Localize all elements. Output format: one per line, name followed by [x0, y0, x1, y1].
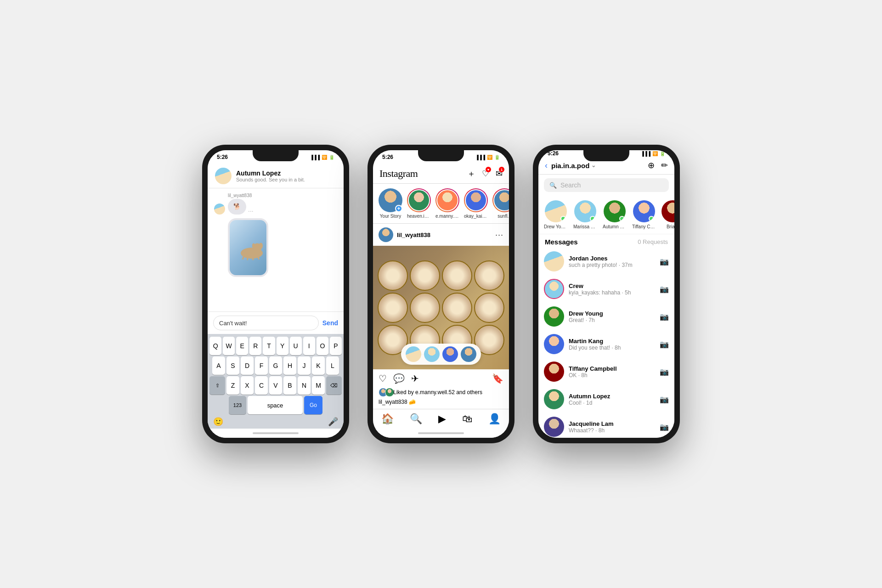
svg-point-3	[252, 243, 255, 249]
camera-icon-martin[interactable]: 📷	[660, 340, 669, 349]
online-user-1[interactable]: Drew Young	[544, 200, 568, 229]
imessage-header: Autumn Lopez Sounds good. See you in a b…	[208, 164, 344, 188]
key-y[interactable]: Y	[277, 337, 288, 355]
camera-icon-jacqueline[interactable]: 📷	[660, 423, 669, 431]
emoji-icon[interactable]: 🙂	[213, 417, 223, 427]
dm-info-drew: Drew Young Great! · 7h	[569, 310, 655, 323]
post-avatar	[379, 227, 393, 242]
compose-icon[interactable]: ✏	[661, 160, 668, 170]
key-g[interactable]: G	[269, 356, 282, 375]
key-k[interactable]: K	[312, 356, 325, 375]
key-space[interactable]: space	[248, 396, 303, 414]
key-z[interactable]: Z	[226, 376, 239, 395]
search-bar[interactable]: 🔍 Search	[544, 178, 669, 192]
key-l[interactable]: L	[326, 356, 339, 375]
story-item-your-story[interactable]: + Your Story	[379, 188, 402, 219]
comment-button[interactable]: 💬	[393, 373, 405, 384]
key-row-4: 123 space Go	[209, 396, 342, 414]
add-post-button[interactable]: ＋	[467, 168, 475, 179]
story-item-2[interactable]: heaven.is.n...	[407, 188, 431, 219]
online-user-2[interactable]: Marissa Ri...	[573, 200, 597, 229]
key-123[interactable]: 123	[229, 396, 246, 414]
photo-message-row	[214, 218, 337, 277]
story-item-4[interactable]: okay_kaide...	[464, 188, 488, 219]
dog-photo	[230, 220, 266, 275]
key-shift[interactable]: ⇧	[209, 376, 225, 395]
key-u[interactable]: U	[290, 337, 302, 355]
key-e[interactable]: E	[236, 337, 248, 355]
home-nav[interactable]: 🏠	[381, 413, 394, 425]
dm-preview-autumn: Cool! · 1d	[569, 400, 655, 406]
dm-button[interactable]: ✉1	[496, 169, 503, 179]
dm-preview-jacqueline: Whaaat?? · 8h	[569, 427, 655, 434]
bookmark-button[interactable]: 🔖	[492, 373, 503, 384]
dm-item-martin[interactable]: Martin Kang Did you see that! · 8h 📷	[538, 330, 674, 358]
camera-icon-tiffany[interactable]: 📷	[660, 368, 669, 376]
key-backspace[interactable]: ⌫	[326, 376, 342, 395]
share-button[interactable]: ✈	[411, 373, 419, 384]
camera-icon-autumn[interactable]: 📷	[660, 395, 669, 404]
shop-nav[interactable]: 🛍	[462, 413, 472, 425]
like-button[interactable]: ♡	[379, 373, 387, 384]
dm-item-tiffany[interactable]: Tiffany Campbell OK · 8h 📷	[538, 358, 674, 385]
cheese-7	[442, 293, 472, 323]
camera-icon-jordan[interactable]: 📷	[660, 257, 669, 266]
story-item-3[interactable]: e.manny.w...	[435, 188, 459, 219]
dm-item-crew[interactable]: Crew kyia_kayaks: hahaha · 5h 📷	[538, 275, 674, 303]
profile-nav[interactable]: 👤	[488, 413, 501, 425]
likes-button[interactable]: ♡♥	[482, 169, 489, 179]
send-button[interactable]: Send	[322, 319, 338, 327]
key-o[interactable]: O	[317, 337, 328, 355]
dm-item-autumn[interactable]: Autumn Lopez Cool! · 1d 📷	[538, 385, 674, 413]
story-label-4: okay_kaide...	[464, 214, 488, 219]
contact-name: Autumn Lopez	[236, 170, 336, 177]
key-p[interactable]: P	[330, 337, 342, 355]
online-user-3[interactable]: Autumn Lopez	[603, 200, 627, 229]
back-button[interactable]: ‹	[545, 161, 548, 170]
key-f[interactable]: F	[255, 356, 268, 375]
search-placeholder: Search	[560, 181, 581, 189]
key-s[interactable]: S	[226, 356, 239, 375]
key-row-3: ⇧ Z X C V B N M ⌫	[209, 376, 342, 395]
messages-section: Messages 0 Requests Jordan Jones such a …	[538, 234, 674, 438]
key-c[interactable]: C	[255, 376, 268, 395]
reels-nav[interactable]: ▶	[438, 413, 446, 425]
key-m[interactable]: M	[312, 376, 325, 395]
dm-item-jacqueline[interactable]: Jacqueline Lam Whaaat?? · 8h 📷	[538, 413, 674, 438]
dm-name-martin: Martin Kang	[569, 338, 655, 345]
post-user[interactable]: lil_wyatt838	[379, 227, 430, 242]
search-nav[interactable]: 🔍	[410, 413, 422, 425]
message-input[interactable]: Can't wait!	[213, 316, 319, 330]
key-a[interactable]: A	[212, 356, 225, 375]
camera-icon-crew[interactable]: 📷	[660, 285, 669, 294]
key-t[interactable]: T	[263, 337, 275, 355]
dm-item-drew[interactable]: Drew Young Great! · 7h 📷	[538, 303, 674, 330]
story-item-5[interactable]: sunfl...	[492, 188, 509, 219]
contact-status: Sounds good. See you in a bit.	[236, 177, 336, 182]
key-r[interactable]: R	[249, 337, 261, 355]
online-user-5[interactable]: Bria...	[662, 200, 674, 229]
post-options-button[interactable]: ···	[495, 230, 503, 240]
key-x[interactable]: X	[241, 376, 254, 395]
time-1: 5:26	[217, 154, 228, 160]
key-d[interactable]: D	[241, 356, 254, 375]
account-name[interactable]: pia.in.a.pod ⌄	[551, 162, 644, 170]
dm-item-jordan[interactable]: Jordan Jones such a pretty photo! · 37m …	[538, 248, 674, 275]
online-user-4[interactable]: Tiffany Ca...	[632, 200, 656, 229]
status-icons-1: ▐▐▐ 🛜 🔋	[310, 155, 334, 160]
cheese-2	[410, 260, 440, 291]
mic-icon[interactable]: 🎤	[328, 417, 338, 427]
camera-icon-drew[interactable]: 📷	[660, 312, 669, 321]
key-h[interactable]: H	[283, 356, 296, 375]
svg-point-2	[259, 243, 263, 249]
key-q[interactable]: Q	[209, 337, 221, 355]
key-j[interactable]: J	[298, 356, 311, 375]
key-b[interactable]: B	[283, 376, 296, 395]
key-v[interactable]: V	[269, 376, 282, 395]
new-post-icon[interactable]: ⊕	[648, 160, 655, 170]
incoming-bubble: 🐕	[228, 199, 246, 215]
key-i[interactable]: I	[303, 337, 315, 355]
key-go[interactable]: Go	[304, 396, 322, 414]
key-w[interactable]: W	[223, 337, 235, 355]
key-n[interactable]: N	[298, 376, 311, 395]
